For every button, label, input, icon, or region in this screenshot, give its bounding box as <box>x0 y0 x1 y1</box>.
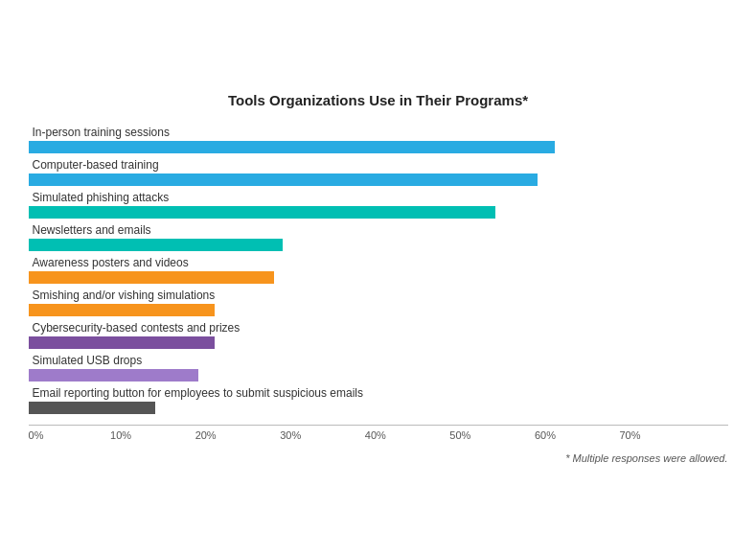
x-tick: 70% <box>619 429 640 441</box>
bar-fill <box>29 271 275 284</box>
bar-fill <box>29 206 495 219</box>
bar-track <box>29 206 623 220</box>
bar-track <box>29 402 623 415</box>
bar-track <box>29 336 623 350</box>
x-tick: 50% <box>449 429 470 441</box>
bar-label: Cybersecurity-based contests and prizes <box>29 321 728 335</box>
bar-track <box>29 304 623 317</box>
bar-row: Smishing and/or vishing simulations <box>29 289 728 317</box>
bar-track <box>29 271 623 285</box>
bar-row: Newsletters and emails <box>29 223 728 252</box>
bar-label: Simulated USB drops <box>29 354 728 367</box>
x-tick: 30% <box>280 429 301 441</box>
bar-track <box>29 173 623 187</box>
bar-label: Computer-based training <box>29 158 728 172</box>
bar-fill <box>29 369 198 382</box>
x-tick: 60% <box>535 429 556 441</box>
bar-label: Awareness posters and videos <box>29 256 728 269</box>
bar-fill <box>29 402 156 414</box>
chart-container: Tools Organizations Use in Their Program… <box>19 73 738 483</box>
chart-title: Tools Organizations Use in Their Program… <box>29 92 728 108</box>
bar-row: Computer-based training <box>29 158 728 187</box>
bar-row: Cybersecurity-based contests and prizes <box>29 321 728 350</box>
bar-label: Email reporting button for employees to … <box>29 386 728 400</box>
bar-row: In-person training sessions <box>29 126 728 154</box>
bar-fill <box>29 336 216 349</box>
bar-label: Smishing and/or vishing simulations <box>29 289 728 302</box>
bar-label: Simulated phishing attacks <box>29 191 728 204</box>
bar-chart: In-person training sessionsComputer-base… <box>29 126 728 419</box>
bar-fill <box>29 141 555 153</box>
x-tick: 10% <box>110 429 131 441</box>
x-tick: 20% <box>195 429 217 441</box>
bar-fill <box>29 304 216 316</box>
bar-row: Awareness posters and videos <box>29 256 728 285</box>
x-tick: 40% <box>365 429 386 441</box>
bar-label: In-person training sessions <box>29 126 728 139</box>
bar-fill <box>29 239 284 251</box>
bar-fill <box>29 173 538 186</box>
bar-track <box>29 369 623 382</box>
bar-row: Simulated USB drops <box>29 354 728 382</box>
bar-row: Email reporting button for employees to … <box>29 386 728 415</box>
bar-label: Newsletters and emails <box>29 223 728 237</box>
footnote: * Multiple responses were allowed. <box>29 452 728 464</box>
x-tick: 0% <box>29 429 44 441</box>
bar-track <box>29 239 623 252</box>
bar-row: Simulated phishing attacks <box>29 191 728 220</box>
bar-track <box>29 141 623 154</box>
